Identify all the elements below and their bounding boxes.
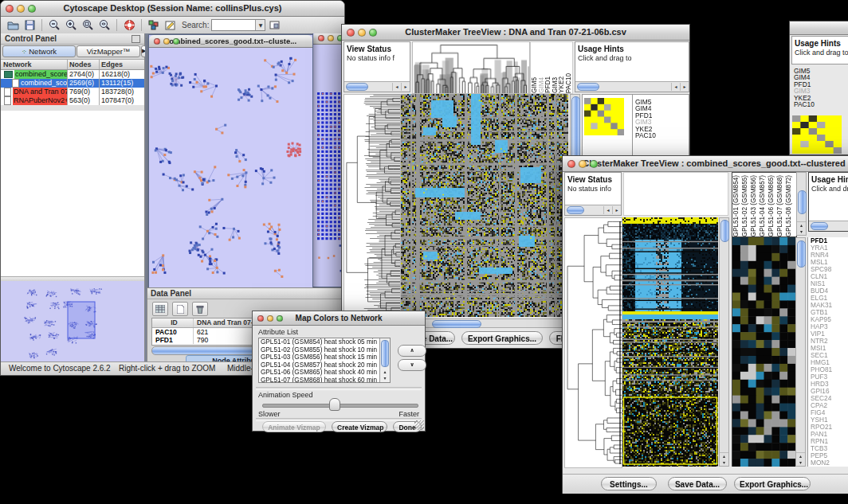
scroll-arrows[interactable]: ▴▾ <box>796 452 805 466</box>
network-overview-thumbnail[interactable] <box>1 281 144 364</box>
zoom-in-icon[interactable] <box>64 18 78 32</box>
zoom-heatmap-canvas[interactable] <box>584 98 624 135</box>
column-dendrogram-canvas[interactable] <box>412 41 530 94</box>
animate-vizmap-button[interactable]: Animate Vizmap <box>262 421 326 432</box>
treeview2-heatmap-canvas[interactable] <box>622 217 718 467</box>
network-overview-canvas[interactable] <box>1 281 143 364</box>
network2-titlebar[interactable] <box>313 33 344 45</box>
delete-attribute-icon[interactable] <box>192 302 208 316</box>
column-label[interactable]: GPL51-01 (GSM854) <box>732 175 741 236</box>
animation-speed-slider[interactable] <box>262 404 418 408</box>
zoom-window-icon[interactable] <box>590 160 598 168</box>
zoom-heatmap-canvas[interactable] <box>732 237 795 467</box>
column-label[interactable]: PAC10 <box>565 73 572 93</box>
scroll-right-icon[interactable]: ▸ <box>612 206 621 214</box>
treeview1-titlebar[interactable]: ClusterMaker TreeView : DNA and Tran 07-… <box>342 25 689 41</box>
attribute-item[interactable]: GPL51-06 (GSM865) heat shock 40 min <box>259 369 390 377</box>
vizmapper-icon[interactable] <box>147 18 161 32</box>
column-dendrogram-area[interactable] <box>623 172 728 216</box>
export-graphics-button[interactable]: Export Graphics... <box>734 477 811 490</box>
attribute-item[interactable]: GPL51-01 (GSM854) heat shock 05 min <box>259 338 390 346</box>
minimize-icon[interactable] <box>579 160 587 168</box>
move-up-button[interactable]: ∧ <box>398 345 426 357</box>
column-label[interactable]: GPL51-04 (GSM857) <box>759 175 768 236</box>
close-icon[interactable] <box>257 315 264 322</box>
network1-titlebar[interactable]: combined_scores_good.txt--cluste... <box>149 35 312 48</box>
row-dendrogram-canvas[interactable] <box>344 94 401 318</box>
close-icon[interactable] <box>318 35 324 41</box>
close-icon[interactable] <box>347 29 355 37</box>
dialog-titlebar[interactable]: Map Colors to Network <box>253 311 425 326</box>
open-icon[interactable] <box>6 18 20 32</box>
column-label[interactable]: GPL51-02 (GSM855) <box>741 175 750 236</box>
network-row-combined-sco[interactable]: combined_sco2569(6)13112(15) <box>1 79 144 88</box>
minimize-icon[interactable] <box>163 38 170 45</box>
scrollbar-thumb[interactable] <box>720 220 729 242</box>
save-icon[interactable] <box>22 18 37 32</box>
column-label[interactable]: GPL51-07 (GSM868) <box>776 175 785 236</box>
export-graphics-button[interactable]: Export Graphics... <box>461 331 543 345</box>
scroll-right-icon[interactable]: ▸ <box>680 83 689 91</box>
scrollbar-thumb[interactable] <box>798 190 807 214</box>
zoom-out-icon[interactable] <box>47 18 61 32</box>
column-label[interactable]: GIM5 <box>531 77 538 93</box>
scroll-arrows[interactable]: ▴▾ <box>797 221 806 235</box>
scroll-up-icon[interactable]: ▴ <box>380 369 390 375</box>
minimize-icon[interactable] <box>328 35 334 41</box>
scroll-down-icon[interactable]: ▾ <box>380 375 390 381</box>
scroll-right-icon[interactable]: ▸ <box>401 83 410 91</box>
column-label[interactable]: GIM4 <box>538 77 545 93</box>
scrollbar-thumb[interactable] <box>567 206 584 214</box>
gene-label[interactable]: PAC10 <box>794 101 815 107</box>
zoom-window-icon[interactable] <box>277 315 283 322</box>
chevron-down-icon[interactable]: ▼ <box>255 20 265 30</box>
settings-button[interactable]: Settings... <box>601 477 657 490</box>
minimize-icon[interactable] <box>358 29 366 37</box>
save-data-button[interactable]: Save Data... <box>668 477 727 490</box>
scroll-left-icon[interactable]: ◂ <box>671 83 680 91</box>
scrollbar-thumb[interactable] <box>346 83 368 91</box>
main-titlebar[interactable]: Cytoscape Desktop (Session Name: collins… <box>1 1 344 17</box>
minimize-icon[interactable] <box>17 5 25 13</box>
close-icon[interactable] <box>6 5 14 13</box>
close-icon[interactable] <box>567 160 575 168</box>
scrollbar-thumb[interactable] <box>381 340 389 367</box>
zoom-selected-icon[interactable] <box>80 18 95 32</box>
zoom-fit-icon[interactable] <box>97 18 112 32</box>
scroll-left-icon[interactable]: ◂ <box>392 83 401 91</box>
minimize-icon[interactable] <box>267 315 273 322</box>
scroll-left-icon[interactable]: ◂ <box>603 206 612 214</box>
gene-label[interactable]: MON2 <box>808 459 848 467</box>
scroll-arrows[interactable]: ▴▾ <box>720 452 728 466</box>
scrollbar-thumb[interactable] <box>797 240 806 268</box>
scrollbar-thumb[interactable] <box>811 222 828 230</box>
attribute-item[interactable]: GPL51-04 (GSM857) heat shock 20 min <box>259 361 390 369</box>
scrollbar-thumb[interactable] <box>577 83 599 91</box>
new-attribute-icon[interactable] <box>172 302 188 316</box>
attribute-grid-icon[interactable] <box>152 302 168 316</box>
scrollbar-thumb[interactable] <box>432 320 481 328</box>
column-label[interactable]: YKE2 <box>558 76 565 93</box>
overview-icon[interactable] <box>268 18 282 32</box>
zoom-window-icon[interactable] <box>369 29 377 37</box>
search-input[interactable]: ▼ <box>211 19 265 31</box>
row-dendrogram-canvas[interactable] <box>564 217 622 468</box>
float-panel-icon[interactable] <box>132 35 140 43</box>
column-label[interactable]: GPL51-06 (GSM865) <box>768 175 776 236</box>
close-icon[interactable] <box>154 38 160 45</box>
treeview2-titlebar[interactable]: ClusterMaker TreeView : combined_scores_… <box>563 156 848 172</box>
help-icon[interactable] <box>122 18 136 32</box>
network2-canvas[interactable] <box>313 45 344 286</box>
attribute-item[interactable]: GPL51-07 (GSM868) heat shock 60 min <box>259 377 390 384</box>
column-label[interactable]: GPL51-03 (GSM856) <box>750 175 759 236</box>
tab-vizmapper[interactable]: VizMapper™ <box>77 45 140 57</box>
create-vizmap-button[interactable]: Create Vizmap <box>332 421 387 432</box>
network-row-dna-and-tran-07[interactable]: DNA and Tran 07769(0)183728(0) <box>1 88 144 96</box>
attribute-item[interactable]: GPL51-02 (GSM855) heat shock 10 min <box>259 346 390 354</box>
column-label[interactable]: PFD1 <box>544 76 552 93</box>
zoom-window-icon[interactable] <box>28 5 36 13</box>
gene-label[interactable]: PAC10 <box>635 132 656 139</box>
network1-canvas[interactable] <box>149 48 311 289</box>
attribute-item[interactable]: GPL51-03 (GSM856) heat shock 15 min <box>259 354 390 361</box>
resize-grip[interactable] <box>414 420 424 430</box>
